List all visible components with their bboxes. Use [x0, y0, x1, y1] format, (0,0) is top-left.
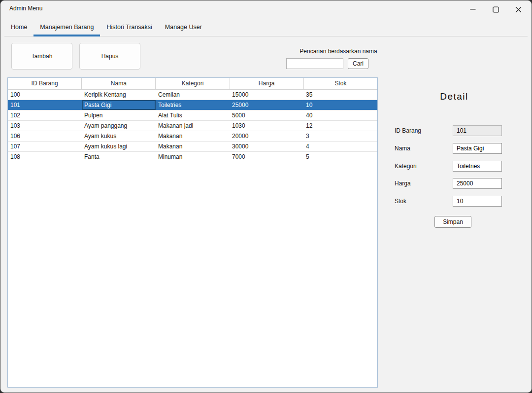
table-cell[interactable]: 100	[8, 90, 82, 100]
tab-manage-user[interactable]: Manage User	[159, 20, 208, 36]
search-label: Pencarian berdasarkan nama	[294, 48, 383, 55]
table-cell[interactable]: Toiletries	[156, 100, 230, 110]
tab-manajemen-barang[interactable]: Manajemen Barang	[33, 20, 100, 36]
table-row[interactable]: 106Ayam kukusMakanan200003	[8, 131, 377, 142]
table-row[interactable]: 103Ayam panggangMakanan jadi103012	[8, 121, 377, 131]
tab-home[interactable]: Home	[4, 20, 33, 36]
detail-field-label-nama: Nama	[395, 145, 410, 152]
table-cell[interactable]: 15000	[230, 90, 303, 100]
table-row[interactable]: 100Keripik KentangCemilan1500035	[8, 90, 377, 100]
minimize-button[interactable]	[462, 0, 484, 18]
table-row[interactable]: 101Pasta GigiToiletries2500010	[8, 100, 377, 110]
detail-field-input-nama[interactable]	[453, 143, 502, 154]
table-cell[interactable]: 7000	[230, 152, 303, 162]
table-cell[interactable]: 5	[303, 152, 377, 162]
minimize-icon	[470, 6, 476, 12]
detail-field-row: Stok	[395, 196, 502, 207]
table-row[interactable]: 108FantaMinuman70005	[8, 152, 377, 162]
close-icon	[515, 6, 522, 13]
table-cell[interactable]: Ayam panggang	[82, 121, 156, 131]
table-cell[interactable]: 5000	[230, 110, 303, 120]
table-cell[interactable]: Ayam kukus	[82, 131, 156, 141]
search-input[interactable]	[286, 58, 343, 69]
tab-histori-transaksi[interactable]: Histori Transaksi	[100, 20, 158, 36]
detail-field-row: ID Barang	[395, 125, 502, 136]
table-cell[interactable]: 101	[8, 100, 82, 110]
table-cell[interactable]: Pasta Gigi	[82, 100, 156, 110]
table-row[interactable]: 102PulpenAlat Tulis500040	[8, 110, 377, 121]
table-cell[interactable]: Minuman	[156, 152, 230, 162]
table-cell[interactable]: Makanan	[156, 131, 230, 141]
detail-field-input-kategori[interactable]	[453, 161, 502, 172]
title-bar: Admin Menu	[0, 0, 532, 16]
table-cell[interactable]: 12	[303, 121, 377, 131]
column-header-harga[interactable]: Harga	[230, 78, 304, 89]
table-cell[interactable]: 108	[8, 152, 82, 162]
detail-field-row: Nama	[395, 143, 502, 154]
simpan-button[interactable]: Simpan	[434, 216, 471, 228]
table-cell[interactable]: 106	[8, 131, 82, 141]
table-body: 100Keripik KentangCemilan1500035101Pasta…	[8, 90, 377, 162]
column-header-stok[interactable]: Stok	[304, 78, 377, 89]
table-cell[interactable]: Fanta	[82, 152, 156, 162]
close-button[interactable]	[507, 0, 530, 18]
table-cell[interactable]: Alat Tulis	[156, 110, 230, 120]
detail-panel-title: Detail	[385, 91, 524, 102]
table-row[interactable]: 107Ayam kukus lagiMakanan300004	[8, 142, 377, 152]
table-cell[interactable]: 102	[8, 110, 82, 120]
detail-field-label-stok: Stok	[395, 198, 406, 205]
cari-button[interactable]: Cari	[348, 58, 368, 69]
detail-field-label-kategori: Kategori	[395, 163, 417, 170]
table-cell[interactable]: 1030	[230, 121, 303, 131]
tambah-button[interactable]: Tambah	[11, 43, 72, 70]
detail-field-input-id-barang[interactable]	[453, 125, 502, 136]
column-header-kategori[interactable]: Kategori	[156, 78, 230, 89]
maximize-button[interactable]	[484, 0, 507, 18]
table-cell[interactable]: 107	[8, 142, 82, 151]
table-cell[interactable]: 25000	[230, 100, 303, 110]
table-cell[interactable]: Keripik Kentang	[82, 90, 156, 100]
detail-field-row: Kategori	[395, 161, 502, 172]
column-header-id-barang[interactable]: ID Barang	[8, 78, 82, 89]
table-cell[interactable]: Makanan	[156, 142, 230, 151]
table-cell[interactable]: 20000	[230, 131, 303, 141]
table-cell[interactable]: 10	[303, 100, 377, 110]
table-cell[interactable]: 3	[303, 131, 377, 141]
detail-field-row: Harga	[395, 178, 502, 189]
tab-strip: HomeManajemen BarangHistori TransaksiMan…	[4, 20, 528, 36]
table-cell[interactable]: Ayam kukus lagi	[82, 142, 156, 151]
column-header-nama[interactable]: Nama	[82, 78, 156, 89]
detail-field-label-harga: Harga	[395, 180, 411, 187]
table-cell[interactable]: 40	[303, 110, 377, 120]
detail-field-input-stok[interactable]	[453, 196, 502, 207]
items-table: ID BarangNamaKategoriHargaStok 100Keripi…	[7, 77, 378, 388]
maximize-icon	[493, 6, 499, 13]
detail-field-input-harga[interactable]	[453, 178, 502, 189]
table-cell[interactable]: 35	[303, 90, 377, 100]
table-cell[interactable]: Makanan jadi	[156, 121, 230, 131]
table-cell[interactable]: 103	[8, 121, 82, 131]
table-cell[interactable]: 30000	[230, 142, 303, 151]
table-header-row: ID BarangNamaKategoriHargaStok	[8, 78, 377, 90]
window-title: Admin Menu	[9, 5, 42, 12]
table-cell[interactable]: Pulpen	[82, 110, 156, 120]
hapus-button[interactable]: Hapus	[79, 43, 140, 70]
app-window: Admin Menu HomeManajemen BarangHistori T…	[0, 0, 532, 393]
window-controls	[462, 0, 530, 18]
table-cell[interactable]: Cemilan	[156, 90, 230, 100]
detail-field-label-id-barang: ID Barang	[395, 127, 421, 134]
table-cell[interactable]: 4	[303, 142, 377, 151]
